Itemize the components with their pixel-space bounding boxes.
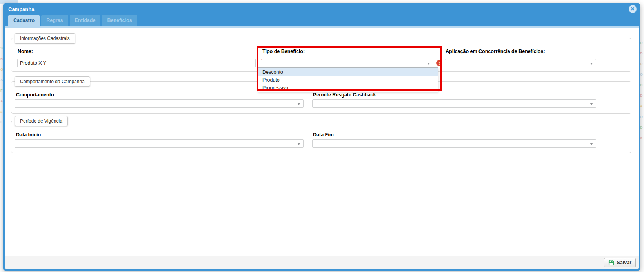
tipo-beneficio-dropdown: Desconto Produto Progressivo: [258, 67, 438, 92]
permite-resgate-cashback-label: Permite Resgate Cashback:: [313, 92, 378, 98]
background-artifacts-left: SROAFAal: [0, 46, 3, 124]
close-icon: ✕: [631, 7, 635, 11]
chevron-down-icon: [297, 103, 300, 105]
fieldset-legend: Comportamento da Campanha: [15, 76, 90, 87]
comportamento-combo[interactable]: [15, 99, 304, 108]
campanha-window: Campanha ✕ Cadastro Regras Entidade Bene…: [3, 3, 640, 271]
screen: SROAFAal DDDODDAODo Campanha ✕ Cadastro …: [0, 0, 644, 272]
nome-input[interactable]: [17, 59, 256, 67]
data-fim-label: Data Fim:: [313, 132, 335, 138]
save-label: Salvar: [617, 260, 631, 265]
fieldset-informacoes-cadastrais: Informações Cadastrais Nome: Tipo de Ben…: [11, 38, 631, 72]
data-inicio-label: Data Início:: [16, 132, 42, 138]
tipo-beneficio-combo[interactable]: [261, 59, 433, 67]
aplicacao-concorrencia-combo[interactable]: [445, 59, 596, 67]
save-button[interactable]: Salvar: [604, 258, 636, 267]
comportamento-label: Comportamento:: [16, 92, 56, 98]
tab-regras[interactable]: Regras: [41, 15, 68, 26]
form-body: Informações Cadastrais Nome: Tipo de Ben…: [5, 28, 639, 256]
tipo-beneficio-label: Tipo de Benefício:: [262, 49, 305, 54]
save-icon: [608, 260, 614, 266]
chevron-down-icon: [590, 63, 593, 65]
tab-entidade[interactable]: Entidade: [70, 15, 101, 26]
dropdown-option-produto[interactable]: Produto: [258, 76, 438, 84]
chevron-down-icon: [427, 63, 430, 65]
footer-toolbar: Salvar: [5, 256, 639, 269]
fieldset-legend: Informações Cadastrais: [15, 33, 75, 44]
permite-resgate-cashback-combo[interactable]: [312, 99, 596, 108]
tab-cadastro[interactable]: Cadastro: [8, 15, 40, 26]
aplicacao-concorrencia-label: Aplicação em Concorrência de Benefícios:: [446, 49, 545, 54]
dropdown-option-progressivo[interactable]: Progressivo: [258, 84, 438, 92]
fieldset-legend: Período de Vigência: [15, 116, 68, 126]
chevron-down-icon: [297, 143, 300, 145]
tab-beneficios[interactable]: Benefícios: [102, 15, 137, 26]
window-titlebar[interactable]: Campanha ✕: [5, 3, 639, 15]
fieldset-periodo-vigencia: Período de Vigência Data Início: Data Fi…: [11, 121, 631, 153]
data-fim-field[interactable]: [312, 139, 596, 148]
window-title: Campanha: [5, 6, 34, 12]
chevron-down-icon: [590, 103, 593, 105]
data-inicio-field[interactable]: [15, 139, 304, 148]
chevron-down-icon: [590, 143, 593, 145]
close-button[interactable]: ✕: [629, 5, 637, 13]
validation-error-icon: !: [436, 60, 442, 66]
dropdown-option-desconto[interactable]: Desconto: [258, 68, 438, 76]
tab-bar: Cadastro Regras Entidade Benefícios: [5, 15, 639, 26]
nome-label: Nome:: [18, 49, 33, 54]
background-artifacts-right: DDDODDAODo: [640, 41, 643, 140]
